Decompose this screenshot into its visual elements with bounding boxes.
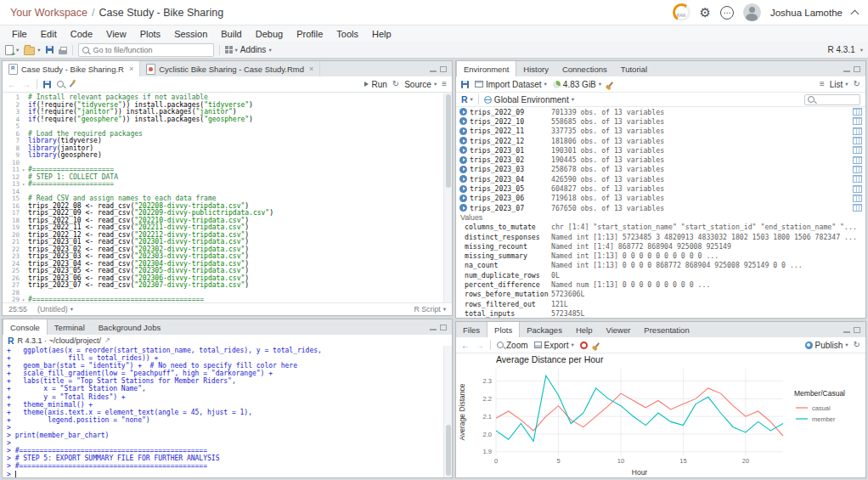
global-environment-menu[interactable]: Global Environment▾ bbox=[484, 95, 574, 104]
plots-tab-files[interactable]: Files bbox=[456, 322, 487, 337]
expand-dataframe-icon[interactable] bbox=[459, 127, 467, 135]
clear-environment-broom-icon[interactable] bbox=[608, 82, 613, 88]
environment-data-row[interactable]: trips_2023_07767650 obs. of 13 variables bbox=[456, 203, 865, 212]
maximize-pane-icon[interactable] bbox=[440, 66, 447, 72]
open-file-button[interactable]: ▾ bbox=[24, 45, 40, 55]
view-data-grid-icon[interactable] bbox=[853, 156, 862, 164]
list-view-menu[interactable]: List▾ bbox=[830, 80, 848, 89]
source-save-icon[interactable] bbox=[43, 81, 51, 88]
file-type-menu[interactable]: R Script▾ bbox=[414, 305, 446, 313]
plots-tab-packages[interactable]: Packages bbox=[520, 322, 569, 337]
source-nav-back-icon[interactable]: ← bbox=[8, 80, 16, 89]
console-tab-terminal[interactable]: Terminal bbox=[48, 319, 92, 335]
view-data-grid-icon[interactable] bbox=[853, 146, 862, 154]
environment-data-row[interactable]: trips_2023_04426590 obs. of 13 variables bbox=[456, 174, 865, 184]
console-tab-console[interactable]: Console bbox=[3, 319, 48, 336]
goto-file-input[interactable] bbox=[92, 45, 197, 55]
view-data-grid-icon[interactable] bbox=[853, 117, 862, 125]
expand-dataframe-icon[interactable] bbox=[459, 108, 467, 116]
console-scrollbar[interactable] bbox=[443, 346, 452, 477]
environment-tab-environment[interactable]: Environment bbox=[456, 61, 516, 77]
menu-help[interactable]: Help bbox=[365, 29, 398, 39]
settings-gear-icon[interactable]: ⚙ bbox=[700, 6, 711, 19]
code-line[interactable]: 9library(geosphere) bbox=[3, 152, 444, 160]
refresh-environment-icon[interactable]: ↻ bbox=[854, 80, 860, 88]
minimize-pane-icon[interactable] bbox=[430, 71, 437, 72]
environment-data-row[interactable]: trips_2023_02190445 obs. of 13 variables bbox=[456, 155, 865, 164]
code-editor[interactable]: 1# Install relevant packages if not avai… bbox=[3, 93, 444, 302]
maximize-pane-icon[interactable] bbox=[854, 66, 860, 72]
view-data-grid-icon[interactable] bbox=[853, 108, 862, 116]
source-tab[interactable]: Cyclistic Bike Sharing - Case Study.Rmd× bbox=[140, 61, 320, 76]
plots-tab-viewer[interactable]: Viewer bbox=[599, 322, 637, 337]
export-button[interactable]: Export▾ bbox=[534, 341, 574, 350]
print-button[interactable] bbox=[59, 46, 67, 54]
minimize-pane-icon[interactable] bbox=[843, 331, 850, 333]
close-tab-icon[interactable]: × bbox=[129, 65, 133, 73]
view-data-grid-icon[interactable] bbox=[853, 166, 862, 173]
menu-code[interactable]: Code bbox=[64, 29, 99, 39]
view-data-grid-icon[interactable] bbox=[853, 137, 862, 144]
close-tab-icon[interactable]: × bbox=[309, 65, 313, 73]
menu-build[interactable]: Build bbox=[214, 29, 248, 39]
find-replace-icon[interactable] bbox=[57, 81, 64, 88]
expand-dataframe-icon[interactable] bbox=[459, 166, 467, 173]
environment-data-row[interactable]: trips_2023_05604827 obs. of 13 variables bbox=[456, 184, 865, 193]
menu-file[interactable]: File bbox=[5, 29, 34, 39]
new-file-button[interactable]: ▾ bbox=[5, 45, 19, 55]
expand-dataframe-icon[interactable] bbox=[459, 137, 467, 144]
menu-session[interactable]: Session bbox=[167, 29, 214, 39]
r-language-menu[interactable]: R▾ bbox=[461, 94, 473, 104]
view-data-grid-icon[interactable] bbox=[853, 127, 862, 135]
source-tab[interactable]: Case Study - Bike Sharing.R× bbox=[3, 61, 140, 77]
menu-profile[interactable]: Profile bbox=[290, 29, 330, 39]
save-button[interactable] bbox=[46, 46, 54, 54]
ram-gauge[interactable]: RAM bbox=[673, 3, 690, 21]
expand-dataframe-icon[interactable] bbox=[459, 204, 467, 212]
session-version-menu[interactable]: R 4.3.1 bbox=[827, 45, 854, 54]
view-data-grid-icon[interactable] bbox=[853, 204, 862, 212]
document-outline-icon[interactable]: ≡ bbox=[442, 80, 447, 88]
user-avatar[interactable] bbox=[743, 3, 761, 21]
environment-search-box[interactable] bbox=[804, 94, 860, 105]
addins-menu[interactable]: ▾Addins▾ bbox=[225, 45, 272, 54]
menu-edit[interactable]: Edit bbox=[34, 29, 64, 39]
chunk-menu[interactable]: (Untitled)▾ bbox=[37, 305, 73, 313]
console-tab-background-jobs[interactable]: Background Jobs bbox=[92, 319, 167, 335]
breadcrumb-workspace-link[interactable]: Your Workspace bbox=[10, 7, 87, 19]
plots-tab-help[interactable]: Help bbox=[569, 322, 600, 337]
environment-data-row[interactable]: trips_2022_09701339 obs. of 13 variables bbox=[456, 107, 865, 116]
environment-tab-connections[interactable]: Connections bbox=[555, 61, 614, 76]
environment-data-row[interactable]: trips_2022_11337735 obs. of 13 variables bbox=[456, 127, 865, 136]
plots-tab-presentation[interactable]: Presentation bbox=[637, 322, 696, 337]
clear-plots-broom-icon[interactable] bbox=[595, 342, 600, 348]
view-data-grid-icon[interactable] bbox=[853, 195, 862, 202]
remove-plot-icon[interactable] bbox=[580, 342, 588, 349]
environment-tab-tutorial[interactable]: Tutorial bbox=[614, 61, 654, 76]
minimize-pane-icon[interactable] bbox=[430, 329, 437, 330]
code-line[interactable]: 27trips_2023_07 <- read_csv("202307-divv… bbox=[3, 282, 444, 290]
environment-data-row[interactable]: trips_2023_06719618 obs. of 13 variables bbox=[456, 194, 865, 203]
user-menu-chevron-icon[interactable] bbox=[851, 9, 860, 18]
maximize-pane-icon[interactable] bbox=[854, 327, 860, 333]
view-data-grid-icon[interactable] bbox=[853, 175, 862, 183]
view-data-grid-icon[interactable] bbox=[853, 185, 862, 193]
publish-button[interactable]: Publish▾ bbox=[805, 341, 848, 350]
editor-scrollbar[interactable] bbox=[443, 93, 452, 302]
previous-plot-icon[interactable]: ← bbox=[461, 341, 470, 350]
next-plot-icon[interactable]: → bbox=[476, 341, 484, 350]
code-line[interactable]: 4if(!require("geosphere")) install.packa… bbox=[3, 116, 444, 124]
zoom-button[interactable]: Zoom bbox=[497, 341, 528, 350]
menu-view[interactable]: View bbox=[99, 29, 133, 39]
environment-data-row[interactable]: trips_2023_03258678 obs. of 13 variables bbox=[456, 165, 865, 174]
environment-tab-history[interactable]: History bbox=[516, 61, 555, 76]
menu-tools[interactable]: Tools bbox=[330, 29, 365, 39]
expand-dataframe-icon[interactable] bbox=[459, 195, 467, 202]
code-line[interactable]: 13▾#==================== bbox=[3, 181, 444, 189]
more-options-icon[interactable]: ⋯ bbox=[720, 6, 734, 20]
environment-search-input[interactable] bbox=[817, 94, 863, 104]
environment-data-row[interactable]: trips_2023_01190301 obs. of 13 variables bbox=[456, 145, 865, 155]
goto-file-box[interactable] bbox=[78, 43, 214, 57]
open-directory-icon[interactable]: ↗ bbox=[104, 336, 110, 344]
import-dataset-button[interactable]: Import Dataset▾ bbox=[475, 80, 547, 89]
